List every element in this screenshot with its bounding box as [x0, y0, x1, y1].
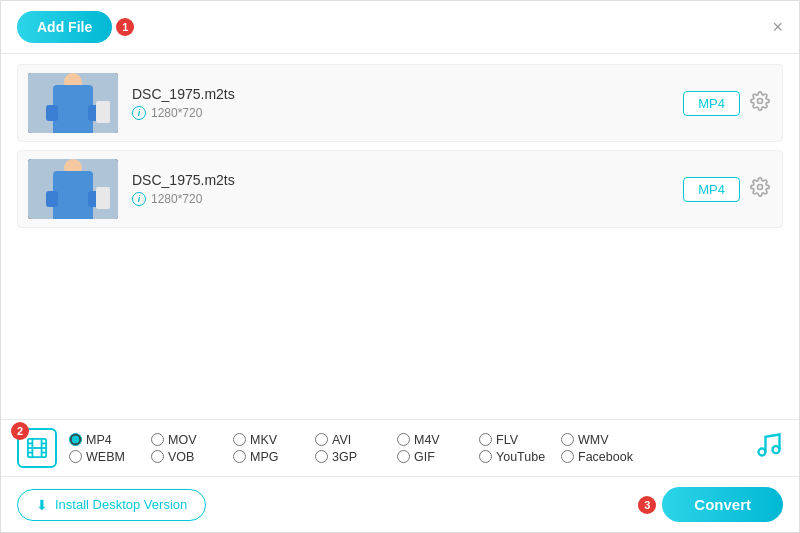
- close-button[interactable]: ×: [772, 17, 783, 38]
- radio-mkv[interactable]: [233, 433, 246, 446]
- file-name: DSC_1975.m2ts: [132, 172, 669, 188]
- radio-youtube[interactable]: [479, 450, 492, 463]
- format-option-avi[interactable]: AVI: [315, 433, 387, 447]
- radio-3gp[interactable]: [315, 450, 328, 463]
- table-row: DSC_1975.m2ts i 1280*720 MP4: [17, 150, 783, 228]
- file-meta: i 1280*720: [132, 106, 669, 120]
- file-name: DSC_1975.m2ts: [132, 86, 669, 102]
- file-thumbnail: [28, 73, 118, 133]
- convert-wrap: 3 Convert: [638, 487, 783, 522]
- file-info: DSC_1975.m2ts i 1280*720: [118, 172, 683, 206]
- format-option-vob[interactable]: VOB: [151, 450, 223, 464]
- radio-flv[interactable]: [479, 433, 492, 446]
- format-icon-wrap: 2: [17, 428, 57, 468]
- info-icon: i: [132, 192, 146, 206]
- footer-bar: ⬇ Install Desktop Version 3 Convert: [1, 476, 799, 532]
- file-thumbnail: [28, 159, 118, 219]
- file-actions: MP4: [683, 177, 772, 202]
- file-meta: i 1280*720: [132, 192, 669, 206]
- format-row-1: MP4 MOV MKV AVI M4V: [69, 433, 745, 447]
- svg-point-10: [759, 449, 766, 456]
- format-option-facebook[interactable]: Facebook: [561, 450, 633, 464]
- music-icon-wrap[interactable]: [755, 431, 783, 465]
- format-bar: 2 MP4: [1, 419, 799, 476]
- settings-button[interactable]: [748, 91, 772, 116]
- radio-webm[interactable]: [69, 450, 82, 463]
- info-icon: i: [132, 106, 146, 120]
- format-option-mov[interactable]: MOV: [151, 433, 223, 447]
- format-button[interactable]: MP4: [683, 177, 740, 202]
- radio-avi[interactable]: [315, 433, 328, 446]
- format-options: MP4 MOV MKV AVI M4V: [69, 433, 745, 464]
- format-option-gif[interactable]: GIF: [397, 450, 469, 464]
- format-option-mkv[interactable]: MKV: [233, 433, 305, 447]
- format-option-3gp[interactable]: 3GP: [315, 450, 387, 464]
- radio-wmv[interactable]: [561, 433, 574, 446]
- svg-point-11: [773, 446, 780, 453]
- table-row: DSC_1975.m2ts i 1280*720 MP4: [17, 64, 783, 142]
- format-option-webm[interactable]: WEBM: [69, 450, 141, 464]
- settings-button[interactable]: [748, 177, 772, 202]
- radio-mov[interactable]: [151, 433, 164, 446]
- format-option-mpg[interactable]: MPG: [233, 450, 305, 464]
- header: Add File 1 ×: [1, 1, 799, 54]
- download-icon: ⬇: [36, 497, 48, 513]
- format-button[interactable]: MP4: [683, 91, 740, 116]
- badge-3: 3: [638, 496, 656, 514]
- radio-mp4[interactable]: [69, 433, 82, 446]
- format-option-wmv[interactable]: WMV: [561, 433, 633, 447]
- radio-mpg[interactable]: [233, 450, 246, 463]
- install-label: Install Desktop Version: [55, 497, 187, 512]
- badge-2: 2: [11, 422, 29, 440]
- file-info: DSC_1975.m2ts i 1280*720: [118, 86, 683, 120]
- radio-m4v[interactable]: [397, 433, 410, 446]
- bottom-panel: 2 MP4: [1, 419, 799, 532]
- radio-vob[interactable]: [151, 450, 164, 463]
- badge-1: 1: [116, 18, 134, 36]
- install-desktop-button[interactable]: ⬇ Install Desktop Version: [17, 489, 206, 521]
- file-list: DSC_1975.m2ts i 1280*720 MP4: [1, 54, 799, 246]
- file-actions: MP4: [683, 91, 772, 116]
- format-row-2: WEBM VOB MPG 3GP GIF: [69, 450, 745, 464]
- svg-point-1: [758, 184, 763, 189]
- convert-button[interactable]: Convert: [662, 487, 783, 522]
- svg-point-0: [758, 98, 763, 103]
- file-resolution: 1280*720: [151, 106, 202, 120]
- add-file-button[interactable]: Add File: [17, 11, 112, 43]
- file-resolution: 1280*720: [151, 192, 202, 206]
- format-option-m4v[interactable]: M4V: [397, 433, 469, 447]
- format-option-mp4[interactable]: MP4: [69, 433, 141, 447]
- radio-gif[interactable]: [397, 450, 410, 463]
- radio-facebook[interactable]: [561, 450, 574, 463]
- format-option-flv[interactable]: FLV: [479, 433, 551, 447]
- format-option-youtube[interactable]: YouTube: [479, 450, 551, 464]
